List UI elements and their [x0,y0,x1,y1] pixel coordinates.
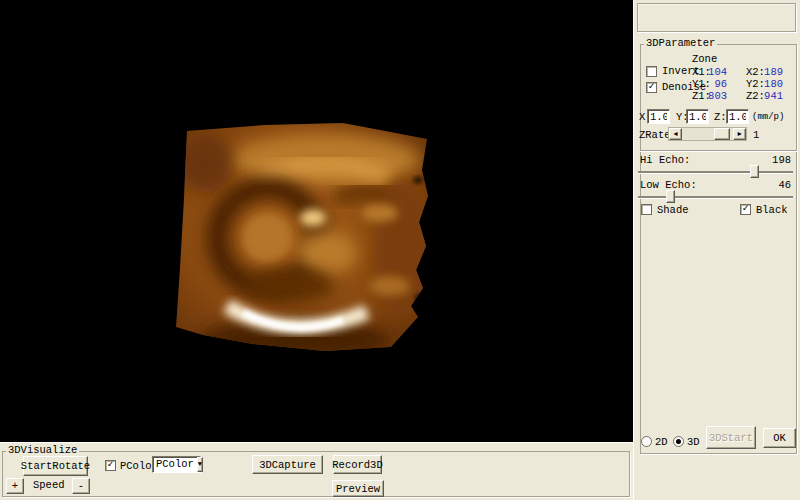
ok-button[interactable]: OK [763,428,796,448]
speed-label: Speed [33,480,65,491]
render-viewport[interactable] [0,0,633,442]
zone-y1-value: 96 [701,79,727,90]
zone-z2-value: 941 [757,91,783,102]
hi-echo-label: Hi Echo: [640,155,690,166]
zone-x2-value: 189 [757,67,783,78]
app-window: 3DParameter Invert ✓ Denoise Zone X1: 10… [0,0,800,500]
zrate-value: 1 [753,130,759,141]
visualize-panel: 3DVisualize StartRotate + Speed - ✓ PCol… [0,442,633,500]
scale-y-input[interactable] [686,109,709,124]
hi-echo-slider-thumb[interactable] [750,165,759,178]
mode-3d-radio[interactable] [673,436,684,447]
scale-z-label: Z: [714,112,727,123]
scroll-left-icon[interactable]: ◄ [669,128,682,140]
preview-button[interactable]: Preview [332,480,384,497]
parameter-group-title: 3DParameter [644,38,717,49]
hi-echo-slider-track[interactable] [638,171,793,173]
zrate-label: ZRate [639,130,671,141]
denoise-checkbox[interactable]: ✓ [646,82,657,93]
hi-echo-value: 198 [761,155,791,166]
zrate-thumb[interactable] [714,128,730,140]
pcolor-select-value: PColor [153,457,197,472]
black-checkbox[interactable]: ✓ [740,204,751,215]
parameter-panel: 3DParameter Invert ✓ Denoise Zone X1: 10… [633,0,800,500]
check-icon: ✓ [648,81,654,92]
black-label: Black [756,205,788,216]
3dstart-button[interactable]: 3DStart [706,426,756,449]
check-icon: ✓ [107,459,113,470]
zrate-scrollbar[interactable]: ◄ ► [668,127,747,141]
low-echo-slider-track[interactable] [638,196,793,198]
zone-z1-value: 803 [701,91,727,102]
invert-checkbox[interactable] [646,66,657,77]
mode-2d-label: 2D [655,437,668,448]
separator [640,150,797,151]
speed-plus-button[interactable]: + [6,478,24,494]
pcolor-select[interactable]: PColor ▼ [152,456,201,473]
zone-title: Zone [692,54,717,65]
parameter-groupbox [640,44,797,454]
low-echo-value: 46 [761,180,791,191]
3dcapture-button[interactable]: 3DCapture [252,455,323,474]
record3d-button[interactable]: Record3D [333,455,382,474]
scroll-right-icon[interactable]: ► [733,128,746,140]
zone-y2-value: 180 [757,79,783,90]
scale-unit-label: (mm/p) [752,112,784,123]
zone-x1-value: 104 [701,67,727,78]
start-rotate-button[interactable]: StartRotate [23,456,88,476]
check-icon: ✓ [742,203,748,214]
ultrasound-3d-render [175,118,433,354]
low-echo-slider-thumb[interactable] [666,190,675,203]
shade-label: Shade [657,205,689,216]
shade-checkbox[interactable] [641,204,652,215]
pcolor-checkbox[interactable]: ✓ [105,460,116,471]
dropdown-arrow-icon[interactable]: ▼ [197,457,203,472]
mode-3d-label: 3D [687,437,700,448]
scale-z-input[interactable] [726,109,749,124]
speed-minus-button[interactable]: - [72,478,90,494]
zrate-track[interactable] [682,128,733,140]
scale-x-input[interactable] [647,109,670,124]
visualize-group-title: 3DVisualize [6,445,79,456]
mode-2d-radio[interactable] [641,436,652,447]
top-strip [637,3,796,32]
